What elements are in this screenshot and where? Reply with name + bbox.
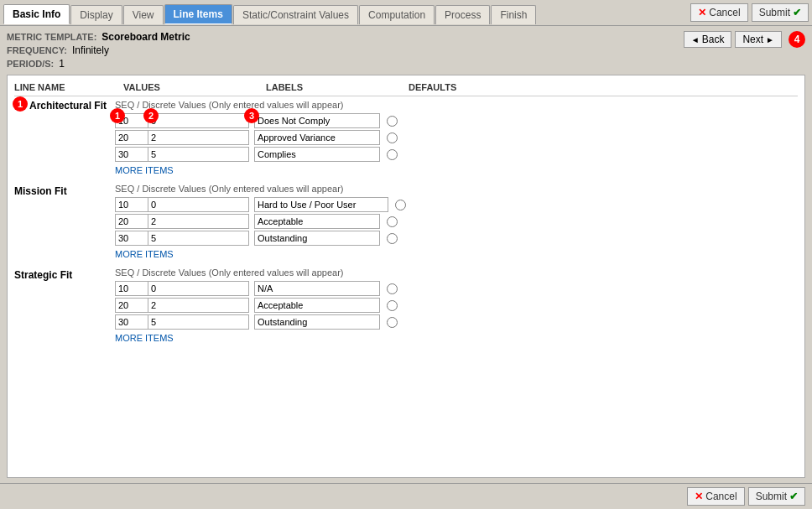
submit-check-icon: ✔ — [793, 7, 801, 18]
badge-2: 2 — [143, 108, 159, 123]
radio-cell-mission-2[interactable] — [383, 216, 400, 227]
radio-strategic-2[interactable] — [387, 300, 398, 311]
radio-cell-mission-3[interactable] — [383, 233, 400, 244]
val-input-mission-3[interactable] — [148, 231, 249, 246]
radio-mission-1[interactable] — [395, 200, 406, 210]
tab-view[interactable]: View — [123, 5, 164, 24]
tab-computation[interactable]: Computation — [359, 5, 435, 24]
lbl-badge-container: 3 — [249, 113, 380, 128]
back-arrow-icon: ◄ — [691, 35, 700, 44]
lbl-input-strategic-2[interactable] — [254, 298, 380, 313]
frequency-row: FREQUENCY: Infinitely — [7, 44, 684, 56]
radio-strategic-3[interactable] — [387, 317, 398, 328]
submit-check-icon-bottom: ✔ — [789, 491, 798, 502]
table-row — [115, 281, 798, 296]
tab-static-constraint[interactable]: Static/Constraint Values — [233, 5, 358, 24]
back-button[interactable]: ◄ Back — [684, 31, 732, 48]
periods-row: PERIOD/S: 1 — [7, 58, 684, 70]
radio-cell-arch-1[interactable] — [383, 116, 400, 127]
section-mission-fit: Mission Fit SEQ / Discrete Values (Only … — [14, 184, 798, 259]
radio-cell-arch-2[interactable] — [383, 132, 400, 143]
template-value: Scoreboard Metric — [102, 31, 190, 43]
section-body-architectural: SEQ / Discrete Values (Only entered valu… — [115, 100, 798, 175]
val-input-mission-2[interactable] — [148, 214, 249, 229]
section-name-container-architectural: 1 Architectural Fit — [14, 100, 115, 112]
cancel-button-top[interactable]: ✕ Cancel — [690, 3, 747, 22]
more-items-architectural[interactable]: MORE ITEMS — [115, 165, 798, 175]
section-desc-architectural: SEQ / Discrete Values (Only entered valu… — [115, 100, 798, 110]
val-input-strategic-3[interactable] — [148, 314, 249, 330]
more-items-mission[interactable]: MORE ITEMS — [115, 249, 798, 259]
col-header-defaults: DEFAULTS — [409, 82, 476, 92]
section-name-strategic: Strategic Fit — [14, 267, 115, 281]
section-architectural-fit: 1 Architectural Fit SEQ / Discrete Value… — [14, 100, 798, 175]
val-input-arch-2[interactable] — [148, 130, 249, 145]
submit-label: Submit — [759, 7, 790, 18]
lbl-input-strategic-1[interactable] — [254, 281, 380, 296]
col-header-name: LINE NAME — [14, 82, 123, 92]
radio-cell-strategic-2[interactable] — [383, 300, 400, 311]
lbl-input-arch-3[interactable] — [254, 147, 380, 162]
val-input-strategic-1[interactable] — [148, 281, 249, 296]
next-arrow-icon: ► — [766, 35, 774, 44]
seq-input-mission-2[interactable] — [115, 214, 148, 229]
template-label: METRIC TEMPLATE: — [7, 32, 96, 42]
cancel-label-bottom: Cancel — [705, 491, 737, 502]
submit-button-bottom[interactable]: Submit ✔ — [748, 487, 805, 506]
template-row: METRIC TEMPLATE: Scoreboard Metric — [7, 31, 684, 43]
radio-cell-mission-1[interactable] — [392, 200, 409, 210]
frequency-label: FREQUENCY: — [7, 45, 67, 55]
radio-mission-3[interactable] — [387, 233, 398, 244]
rows-mission — [115, 197, 798, 246]
cancel-button-bottom[interactable]: ✕ Cancel — [687, 487, 744, 506]
meta-left: METRIC TEMPLATE: Scoreboard Metric FREQU… — [7, 31, 684, 71]
seq-input-strategic-1[interactable] — [115, 281, 148, 296]
val-input-arch-1[interactable] — [148, 113, 249, 128]
section-name-architectural: Architectural Fit — [14, 98, 107, 112]
seq-input-strategic-3[interactable] — [115, 314, 148, 330]
cancel-x-icon-bottom: ✕ — [695, 491, 703, 502]
seq-input-mission-1[interactable] — [115, 197, 148, 212]
radio-cell-strategic-1[interactable] — [383, 283, 400, 294]
seq-input-strategic-2[interactable] — [115, 298, 148, 313]
table-row — [115, 314, 798, 330]
radio-cell-strategic-3[interactable] — [383, 317, 400, 328]
column-headers: LINE NAME VALUES LABELS DEFAULTS — [14, 82, 798, 96]
rows-architectural: 1 2 3 — [115, 113, 798, 162]
table-row — [115, 298, 798, 313]
lbl-input-mission-1[interactable] — [254, 197, 388, 212]
submit-button-top[interactable]: Submit ✔ — [752, 3, 809, 22]
section-body-mission: SEQ / Discrete Values (Only entered valu… — [115, 184, 798, 259]
lbl-input-mission-2[interactable] — [254, 214, 380, 229]
more-items-strategic[interactable]: MORE ITEMS — [115, 333, 798, 343]
tab-display[interactable]: Display — [70, 5, 122, 24]
radio-cell-arch-3[interactable] — [383, 149, 400, 160]
lbl-input-mission-3[interactable] — [254, 231, 380, 246]
radio-strategic-1[interactable] — [387, 283, 398, 294]
radio-arch-1[interactable] — [387, 116, 398, 127]
radio-arch-3[interactable] — [387, 149, 398, 160]
tab-finish[interactable]: Finish — [491, 5, 536, 24]
lbl-input-arch-2[interactable] — [254, 130, 380, 145]
val-input-arch-3[interactable] — [148, 147, 249, 162]
frequency-value: Infinitely — [72, 44, 109, 56]
section-header-strategic: Strategic Fit SEQ / Discrete Values (Onl… — [14, 267, 798, 343]
next-button[interactable]: Next ► — [735, 31, 782, 48]
radio-mission-2[interactable] — [387, 216, 398, 227]
val-input-strategic-2[interactable] — [148, 298, 249, 313]
section-strategic-fit: Strategic Fit SEQ / Discrete Values (Onl… — [14, 267, 798, 343]
tab-line-items[interactable]: Line Items — [164, 4, 232, 24]
seq-input-arch-2[interactable] — [115, 130, 148, 145]
section-desc-strategic: SEQ / Discrete Values (Only entered valu… — [115, 267, 798, 278]
tab-process[interactable]: Process — [435, 5, 490, 24]
top-action-buttons: ✕ Cancel Submit ✔ — [690, 3, 809, 25]
tab-basic-info[interactable]: Basic Info — [3, 4, 70, 24]
submit-label-bottom: Submit — [756, 491, 787, 502]
seq-input-arch-3[interactable] — [115, 147, 148, 162]
lbl-input-strategic-3[interactable] — [254, 314, 380, 330]
radio-arch-2[interactable] — [387, 132, 398, 143]
lbl-input-arch-1[interactable] — [254, 113, 380, 128]
val-input-mission-1[interactable] — [148, 197, 249, 212]
val-badge-container: 2 — [148, 113, 249, 128]
seq-input-mission-3[interactable] — [115, 231, 148, 246]
